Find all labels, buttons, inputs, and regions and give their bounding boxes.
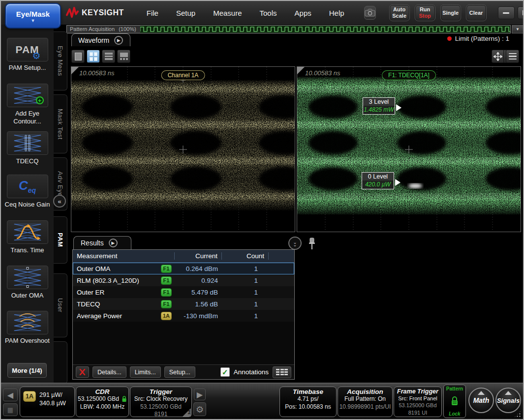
scroll-right-button[interactable]: ▶	[194, 389, 206, 400]
scroll-left-button[interactable]: ◀	[3, 389, 18, 401]
clear-button[interactable]: Clear	[466, 5, 486, 21]
layout-single-icon	[75, 53, 82, 60]
limits-button[interactable]: Limits...	[130, 366, 161, 378]
sidebar-item-label: PAM Overshoot	[3, 337, 52, 345]
pin-results-button[interactable]	[308, 238, 317, 250]
results-table-panel: Measurement Current Count Outer OMA F1 0…	[72, 249, 295, 380]
red-x-icon	[79, 369, 86, 375]
resize-grip[interactable]	[514, 410, 522, 418]
menu-tools[interactable]: Tools	[251, 6, 286, 20]
single-button[interactable]: Single	[441, 5, 461, 21]
level3-marker-label[interactable]: 3 Level 1.4825 mW	[363, 97, 395, 115]
setup-button[interactable]: Setup...	[164, 366, 195, 378]
screenshot-button[interactable]	[364, 6, 376, 20]
acquisition-status-panel[interactable]: Acquisition Full Pattern: On 10.98998901…	[338, 387, 393, 417]
current-value: 0.924	[175, 277, 222, 284]
tab-eye-meas[interactable]: Eye Meas	[54, 31, 67, 90]
panel-corner-handle[interactable]	[297, 67, 305, 74]
sidebar-item-label: Outer OMA	[3, 292, 52, 300]
details-button[interactable]: Details...	[92, 366, 126, 378]
pattern-bar-dropdown-button[interactable]: ▼	[512, 25, 524, 33]
pushpin-icon	[308, 238, 316, 250]
menu-help[interactable]: Help	[320, 6, 353, 20]
run-stop-button[interactable]: Run Stop	[415, 5, 435, 21]
layout-thumbnail-button[interactable]	[117, 50, 130, 63]
settings-button[interactable]: ⚙	[193, 402, 206, 416]
stop-label: Stop	[419, 13, 431, 19]
tab-pam[interactable]: PAM	[54, 216, 67, 264]
cdr-status-panel[interactable]: CDR 53.125000 GBd LBW: 4.000 MHz	[76, 387, 129, 417]
level0-marker-label[interactable]: 0 Level 420.0 µW	[362, 172, 394, 189]
signals-button[interactable]: Signals	[495, 388, 521, 413]
panel-corner-handle[interactable]	[71, 67, 79, 74]
annotations-checkbox[interactable]: ✓	[220, 367, 230, 377]
layout-quad-button[interactable]	[87, 50, 100, 63]
frame-trigger-length: 8191 UI	[394, 409, 441, 416]
sidebar-item-tdecq[interactable]: TDECQ	[1, 131, 54, 165]
level0-title: 0 Level	[362, 173, 394, 180]
checkmark-icon: ✓	[222, 368, 228, 376]
maximize-button[interactable]	[518, 6, 524, 19]
channel-1a-status-panel[interactable]: 1A 291 µW/ 340.8 µW	[20, 387, 75, 417]
timebase-status-panel[interactable]: Timebase 4.71 ps/ Pos: 10.00583 ns	[279, 387, 337, 417]
timebase-position: Pos: 10.00583 ns	[280, 403, 336, 411]
mode-selector-button[interactable]: Eye/Mask ▼	[5, 3, 61, 29]
layout-rows-button[interactable]	[102, 50, 115, 63]
more-measurements-button[interactable]: More (1/4)	[7, 363, 47, 378]
pan-button[interactable]	[492, 50, 504, 63]
tab-waveform[interactable]: Waveform ▶	[71, 33, 130, 46]
source-pill-channel-1a[interactable]: Channel 1A	[161, 70, 205, 80]
sidebar-item-pam-overshoot[interactable]: PAM Overshoot	[1, 311, 54, 345]
tab-user[interactable]: User	[54, 273, 67, 337]
menu-setup[interactable]: Setup	[167, 6, 204, 20]
collapse-results-button[interactable]: ⌄⌄	[288, 237, 302, 250]
math-label: Math	[473, 396, 490, 404]
menu-file[interactable]: File	[138, 6, 167, 20]
delete-measurement-button[interactable]	[76, 366, 89, 378]
waveform-display-channel-1a[interactable]: 10.00583 ns Channel 1A	[71, 66, 295, 232]
tab-results[interactable]: Results ▶	[73, 236, 131, 249]
layout-single-button[interactable]	[71, 50, 85, 63]
source-pill-f1-tdecq[interactable]: F1: TDECQ[1A]	[382, 70, 436, 80]
table-row[interactable]: Outer ER F1 5.479 dB 1	[73, 286, 294, 298]
results-footer: Details... Limits... Setup... ✓ Annotati…	[73, 364, 294, 379]
results-tab-expand-icon[interactable]: ▶	[109, 239, 118, 247]
count-value: 1	[222, 289, 269, 296]
menu-apps[interactable]: Apps	[286, 6, 320, 20]
tab-label: User	[57, 298, 64, 312]
sidebar-item-label: Trans. Time	[3, 246, 52, 254]
limit-label: Limit (Patterns) : 1	[455, 35, 509, 42]
frame-trigger-status-panel[interactable]: Frame Trigger Src: Front Panel 53.125000…	[394, 387, 442, 417]
column-measurement[interactable]: Measurement	[73, 252, 175, 260]
column-current[interactable]: Current	[175, 252, 222, 260]
waveform-display-tdecq-f1[interactable]: 10.00583 ns F1: TDECQ[1A] 3 Level 1.4825…	[297, 66, 521, 232]
minimize-button[interactable]	[498, 6, 515, 19]
math-button[interactable]: Math	[468, 388, 494, 413]
sidebar-item-add-eye-contour[interactable]: + Add Eye Contour...	[1, 84, 54, 126]
tab-mask-test[interactable]: Mask Test	[54, 94, 67, 153]
table-row[interactable]: Outer OMA F1 0.264 dBm 1	[73, 263, 294, 274]
channel-scale: 291 µW/	[39, 391, 62, 398]
table-view-button[interactable]	[273, 366, 291, 378]
auto-scale-button[interactable]: Auto Scale	[390, 5, 409, 21]
column-count[interactable]: Count	[222, 252, 269, 260]
display-menu-button[interactable]	[506, 50, 519, 63]
sidebar-item-trans-time[interactable]: Trans. Time	[1, 220, 54, 254]
overshoot-icon	[13, 313, 42, 332]
waveform-tab-expand-icon[interactable]: ▶	[114, 36, 123, 45]
measurement-name: RLM (802.3 A_120D)	[73, 277, 161, 284]
table-row[interactable]: TDECQ F1 1.56 dB 1	[73, 298, 294, 310]
lock-icon	[451, 396, 459, 406]
sidebar-item-pam-setup[interactable]: PAM ⚙ PAM Setup...	[1, 38, 54, 72]
keyboard-button[interactable]: ▦	[3, 403, 18, 416]
sidebar-item-outer-oma[interactable]: Outer OMA	[1, 266, 54, 300]
level3-pointer-icon	[396, 104, 401, 111]
collapse-sidebar-button[interactable]: «	[53, 195, 66, 208]
table-row[interactable]: Average Power 1A -130 mdBm 1	[73, 310, 294, 322]
trigger-status-panel[interactable]: Trigger Src: Clock Recovery 53.125000 GB…	[130, 387, 192, 417]
table-row[interactable]: RLM (802.3 A_120D) F1 0.924 1	[73, 274, 294, 286]
sidebar-item-ceq-noise-gain[interactable]: Ceq Ceq Noise Gain	[1, 175, 54, 209]
menu-measure[interactable]: Measure	[204, 6, 250, 20]
channel-badge: 1A	[23, 391, 36, 402]
frame-trigger-rate: 53.125000 GBd	[394, 402, 441, 409]
